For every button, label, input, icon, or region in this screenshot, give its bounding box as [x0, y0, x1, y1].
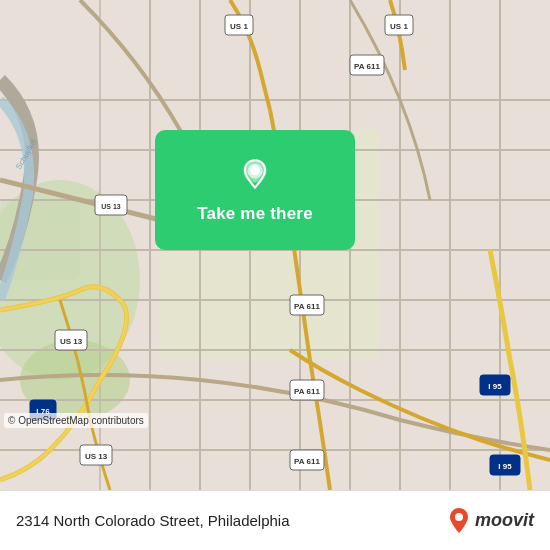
svg-text:PA 611: PA 611 — [354, 62, 380, 71]
svg-text:US 13: US 13 — [60, 337, 83, 346]
svg-text:US 13: US 13 — [101, 203, 121, 210]
svg-text:US 13: US 13 — [85, 452, 108, 461]
svg-text:I 95: I 95 — [498, 462, 512, 471]
svg-text:PA 611: PA 611 — [294, 457, 320, 466]
svg-text:PA 611: PA 611 — [294, 387, 320, 396]
moovit-logo-text: moovit — [475, 510, 534, 531]
address-text: 2314 North Colorado Street, Philadelphia — [16, 512, 290, 529]
take-me-there-button[interactable]: Take me there — [155, 130, 355, 250]
svg-text:PA 611: PA 611 — [294, 302, 320, 311]
svg-point-51 — [455, 513, 463, 521]
moovit-logo: moovit — [447, 507, 534, 535]
map-container: US 1 US 1 PA 611 US 13 I 76 PA 611 PA 61… — [0, 0, 550, 490]
svg-text:I 95: I 95 — [488, 382, 502, 391]
button-label: Take me there — [197, 204, 313, 224]
bottom-bar: 2314 North Colorado Street, Philadelphia… — [0, 490, 550, 550]
osm-credit: © OpenStreetMap contributors — [4, 413, 148, 428]
svg-text:US 1: US 1 — [390, 22, 408, 31]
svg-text:US 1: US 1 — [230, 22, 248, 31]
location-pin-icon — [235, 156, 275, 196]
moovit-logo-pin — [447, 507, 471, 535]
